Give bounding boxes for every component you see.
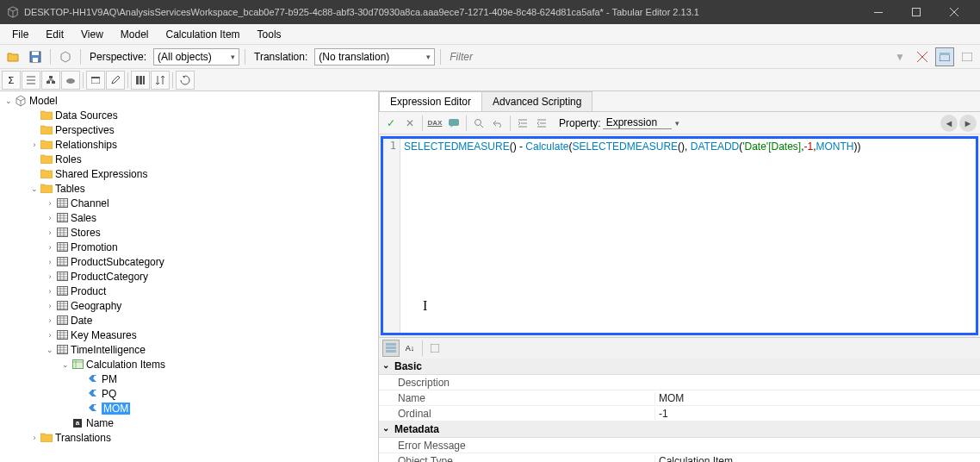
titlebar: DESKTOP-HH1V9AQ\AnalysisServicesWorkspac… bbox=[0, 0, 980, 24]
tree-node[interactable]: ›Geography bbox=[2, 298, 376, 313]
property-row[interactable]: Description bbox=[379, 375, 980, 390]
tree-node[interactable]: ›Sales bbox=[2, 210, 376, 225]
refresh-icon[interactable] bbox=[176, 71, 195, 90]
accept-icon[interactable]: ✓ bbox=[382, 115, 400, 132]
dax-format-icon[interactable]: DAX bbox=[426, 115, 443, 132]
svg-rect-7 bbox=[962, 53, 972, 61]
tree-node[interactable]: ⌄Tables bbox=[2, 181, 376, 196]
menu-view[interactable]: View bbox=[72, 25, 112, 44]
property-row[interactable]: Error Message bbox=[379, 438, 980, 453]
maximize-button[interactable] bbox=[897, 0, 935, 24]
property-row[interactable]: Object TypeCalculation Item bbox=[379, 453, 980, 462]
tree-node[interactable]: ›ProductSubcategory bbox=[2, 254, 376, 269]
expression-editor[interactable]: 1 SELECTEDMEASURE() - Calculate(SELECTED… bbox=[381, 136, 978, 335]
nav-forward-button[interactable]: ► bbox=[959, 115, 977, 132]
property-category[interactable]: Metadata bbox=[379, 421, 980, 438]
tree-node[interactable]: ›Channel bbox=[2, 196, 376, 210]
code-content[interactable]: SELECTEDMEASURE() - Calculate(SELECTEDME… bbox=[404, 140, 861, 153]
tree-node[interactable]: ⌄Calculation Items bbox=[2, 357, 376, 371]
cancel-icon[interactable]: ✕ bbox=[401, 115, 419, 132]
view-mode-2-button[interactable] bbox=[958, 47, 977, 66]
sum-icon[interactable]: Σ bbox=[2, 71, 21, 90]
find-icon[interactable] bbox=[470, 115, 487, 132]
editor-tabs: Expression Editor Advanced Scripting bbox=[379, 91, 980, 112]
cloud-icon[interactable] bbox=[61, 71, 80, 90]
tab-expression-editor[interactable]: Expression Editor bbox=[379, 91, 482, 111]
clear-filter-button[interactable] bbox=[913, 47, 932, 66]
svg-rect-34 bbox=[386, 343, 396, 346]
property-category[interactable]: Basic bbox=[379, 359, 980, 375]
property-row[interactable]: NameMOM bbox=[379, 390, 980, 406]
save-button[interactable] bbox=[26, 47, 45, 66]
categorized-button[interactable] bbox=[382, 340, 400, 357]
minimize-button[interactable] bbox=[859, 0, 897, 24]
hierarchy-icon[interactable] bbox=[41, 71, 60, 90]
tree-node[interactable]: ›Product bbox=[2, 284, 376, 298]
property-pages-button[interactable] bbox=[426, 340, 443, 357]
tree-node[interactable]: ›Key Measures bbox=[2, 328, 376, 342]
tree-node[interactable]: Perspectives bbox=[2, 122, 376, 137]
undo-icon[interactable] bbox=[489, 115, 506, 132]
property-grid[interactable]: BasicDescriptionNameMOMOrdinal-1Metadata… bbox=[379, 359, 980, 462]
editor-toolbar: ✓ ✕ DAX Property: Expression ▾ ◄ ► bbox=[379, 112, 980, 134]
property-label: Property: bbox=[559, 117, 601, 129]
line-number: 1 bbox=[383, 139, 400, 153]
svg-rect-15 bbox=[140, 76, 142, 84]
perspective-combo[interactable]: (All objects) bbox=[153, 48, 239, 66]
outdent-icon[interactable] bbox=[533, 115, 550, 132]
perspective-label: Perspective: bbox=[86, 51, 150, 63]
translation-label: Translation: bbox=[251, 51, 311, 63]
menu-tools[interactable]: Tools bbox=[249, 25, 290, 44]
svg-point-31 bbox=[94, 405, 96, 407]
tree-node[interactable]: Shared Expressions bbox=[2, 166, 376, 181]
edit-icon[interactable] bbox=[106, 71, 125, 90]
tree-node[interactable]: Data Sources bbox=[2, 108, 376, 122]
svg-rect-14 bbox=[136, 76, 139, 84]
svg-rect-4 bbox=[33, 58, 38, 62]
svg-point-30 bbox=[94, 390, 96, 392]
svg-rect-8 bbox=[49, 76, 53, 78]
indent-icon[interactable] bbox=[514, 115, 531, 132]
tab-advanced-scripting[interactable]: Advanced Scripting bbox=[481, 91, 592, 111]
tree-node[interactable]: PM bbox=[2, 371, 376, 386]
nav-back-button[interactable]: ◄ bbox=[940, 115, 958, 132]
tree-node[interactable]: ›Stores bbox=[2, 225, 376, 240]
tree-node[interactable]: ›Promotion bbox=[2, 240, 376, 254]
comment-icon[interactable] bbox=[445, 115, 462, 132]
tree-node[interactable]: ›Translations bbox=[2, 430, 376, 445]
svg-rect-35 bbox=[386, 346, 396, 349]
tree-node[interactable]: ›ProductCategory bbox=[2, 269, 376, 284]
menu-model[interactable]: Model bbox=[112, 25, 158, 44]
view-mode-1-button[interactable] bbox=[935, 47, 954, 66]
svg-rect-1 bbox=[913, 9, 921, 16]
open-folder-button[interactable] bbox=[3, 47, 22, 66]
tree-node[interactable]: PQ bbox=[2, 386, 376, 401]
menu-file[interactable]: File bbox=[3, 25, 37, 44]
tree-node[interactable]: MOM bbox=[2, 401, 376, 415]
property-row[interactable]: Ordinal-1 bbox=[379, 406, 980, 421]
filter-icon[interactable]: ▼ bbox=[890, 47, 909, 66]
tree-toolbar: Σ bbox=[0, 69, 980, 91]
filter-input[interactable] bbox=[446, 51, 887, 63]
property-combo[interactable]: Expression bbox=[603, 116, 672, 129]
close-button[interactable] bbox=[935, 0, 973, 24]
window-icon[interactable] bbox=[86, 71, 105, 90]
tree-node[interactable]: ›Relationships bbox=[2, 137, 376, 152]
model-tree[interactable]: ⌄ Model Data SourcesPerspectives›Relatio… bbox=[0, 91, 379, 462]
alphabetical-button[interactable]: A↓ bbox=[401, 340, 419, 357]
menu-edit[interactable]: Edit bbox=[37, 25, 72, 44]
deploy-button[interactable] bbox=[56, 47, 75, 66]
sort-icon[interactable] bbox=[151, 71, 170, 90]
translation-combo[interactable]: (No translation) bbox=[314, 48, 435, 66]
menu-calculation-item[interactable]: Calculation Item bbox=[158, 25, 249, 44]
tree-node[interactable]: Roles bbox=[2, 152, 376, 166]
list-icon[interactable] bbox=[22, 71, 40, 90]
columns-icon[interactable] bbox=[131, 71, 150, 90]
tree-node[interactable]: aName bbox=[2, 415, 376, 430]
tree-node[interactable]: ⌄TimeIntelligence bbox=[2, 342, 376, 357]
tree-node[interactable]: ›Date bbox=[2, 313, 376, 328]
svg-rect-6 bbox=[940, 53, 950, 55]
main-toolbar: Perspective: (All objects) Translation: … bbox=[0, 45, 980, 69]
tree-root[interactable]: ⌄ Model bbox=[2, 93, 376, 108]
svg-rect-36 bbox=[386, 350, 396, 353]
